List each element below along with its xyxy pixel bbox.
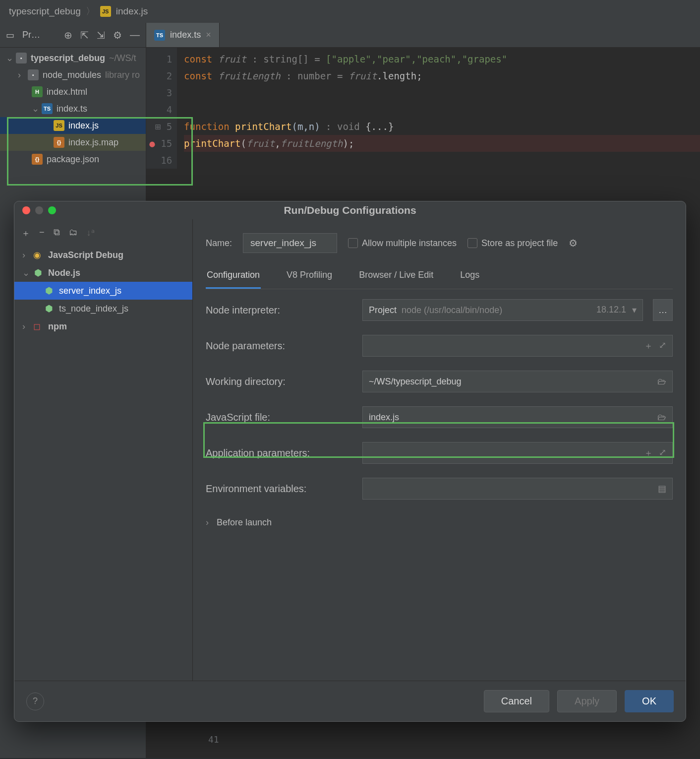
folder-config-icon[interactable]: 🗂 bbox=[69, 227, 78, 239]
tree-root[interactable]: ⌄ ▪ typescript_debug ~/WS/t bbox=[0, 50, 146, 66]
breadcrumb-separator: 〉 bbox=[86, 5, 95, 18]
tab-browser-live-edit[interactable]: Browser / Live Edit bbox=[358, 264, 434, 289]
remove-config-icon[interactable]: − bbox=[39, 227, 45, 239]
breadcrumb-project[interactable]: typescript_debug bbox=[9, 6, 81, 17]
gutter-line-41: 41 bbox=[208, 734, 219, 745]
code[interactable]: const fruit : string[] = ["apple","pear"… bbox=[177, 48, 700, 169]
working-dir-field[interactable]: ~/WS/typescript_debug 🗁 bbox=[362, 371, 673, 392]
tree-index-html[interactable]: H index.html bbox=[0, 83, 146, 100]
html-icon: H bbox=[32, 86, 43, 97]
node-interpreter-field[interactable]: Project node (/usr/local/bin/node) 18.12… bbox=[362, 299, 643, 321]
conf-nodejs[interactable]: ⌄⬢ Node.js bbox=[14, 264, 192, 282]
node-icon: ⬢ bbox=[44, 303, 54, 314]
node-icon: ⬢ bbox=[44, 285, 54, 296]
gear-icon[interactable]: ⚙ bbox=[113, 29, 122, 41]
plus-icon[interactable]: ＋ bbox=[644, 340, 653, 352]
breakpoint-icon[interactable]: ● bbox=[149, 138, 155, 149]
json-icon: {} bbox=[32, 154, 43, 165]
ts-icon: TS bbox=[154, 30, 165, 41]
ts-icon: TS bbox=[42, 103, 53, 114]
browse-interpreter-button[interactable]: … bbox=[653, 299, 673, 321]
expand-icon[interactable]: ⤢ bbox=[659, 340, 666, 352]
tree-index-js[interactable]: JS index.js bbox=[0, 117, 146, 134]
add-config-icon[interactable]: ＋ bbox=[21, 227, 30, 239]
breadcrumb: typescript_debug 〉 JS index.js bbox=[0, 0, 700, 23]
js-debug-icon: ◉ bbox=[33, 250, 43, 260]
node-parameters-field[interactable]: ＋⤢ bbox=[362, 335, 673, 357]
tree-package-json[interactable]: {} package.json bbox=[0, 151, 146, 168]
config-name-input[interactable] bbox=[243, 233, 337, 253]
copy-config-icon[interactable]: ⧉ bbox=[54, 227, 60, 239]
app-params-label: Application parameters: bbox=[206, 447, 352, 459]
tab-configuration[interactable]: Configuration bbox=[206, 264, 261, 289]
app-params-field[interactable]: ＋⤢ bbox=[362, 442, 673, 464]
tree-node-modules[interactable]: › ▪ node_modules library ro bbox=[0, 66, 146, 83]
gutter: 1 2 3 4 ⊞ 5 ● 15 16 bbox=[146, 48, 177, 169]
env-vars-field[interactable]: ▤ bbox=[362, 478, 673, 500]
apply-button[interactable]: Apply bbox=[557, 690, 617, 712]
panel-title: Pr… bbox=[22, 30, 56, 40]
hide-icon[interactable]: — bbox=[130, 29, 140, 41]
run-debug-dialog: Run/Debug Configurations ＋ − ⧉ 🗂 ↓ᵃ ›◉ J… bbox=[14, 201, 686, 722]
node-interpreter-label: Node interpreter: bbox=[206, 305, 352, 316]
ok-button[interactable]: OK bbox=[625, 690, 674, 712]
conf-ts-node-index[interactable]: ⬢ ts_node_index_js bbox=[14, 300, 192, 317]
folder-icon: ▪ bbox=[16, 53, 27, 63]
expand-icon[interactable]: ⇱ bbox=[80, 29, 89, 41]
target-icon[interactable]: ⊕ bbox=[64, 29, 72, 41]
cancel-button[interactable]: Cancel bbox=[484, 690, 549, 712]
folder-icon[interactable]: 🗁 bbox=[657, 377, 666, 387]
map-icon: {} bbox=[54, 137, 64, 148]
allow-multiple-checkbox[interactable]: Allow multiple instances bbox=[348, 238, 457, 249]
breadcrumb-file[interactable]: index.js bbox=[116, 6, 148, 17]
dialog-title: Run/Debug Configurations bbox=[14, 204, 686, 216]
working-dir-label: Working directory: bbox=[206, 376, 352, 387]
conf-server-index[interactable]: ⬢ server_index_js bbox=[14, 282, 192, 300]
chevron-down-icon[interactable]: ▾ bbox=[632, 305, 637, 316]
node-icon: ⬢ bbox=[33, 267, 43, 278]
close-tab-icon[interactable]: × bbox=[206, 30, 211, 40]
js-file-field[interactable]: index.js 🗁 bbox=[362, 406, 673, 428]
collapse-icon[interactable]: ⇲ bbox=[97, 29, 105, 41]
tab-v8-profiling[interactable]: V8 Profiling bbox=[286, 264, 333, 289]
js-icon: JS bbox=[54, 120, 64, 131]
conf-js-debug[interactable]: ›◉ JavaScript Debug bbox=[14, 246, 192, 264]
panel-icon: ▭ bbox=[6, 30, 14, 41]
list-icon[interactable]: ▤ bbox=[658, 483, 666, 494]
gear-icon[interactable]: ⚙ bbox=[569, 237, 578, 249]
sort-config-icon[interactable]: ↓ᵃ bbox=[87, 227, 95, 239]
editor-tab[interactable]: TS index.ts × bbox=[146, 23, 220, 47]
tree-index-js-map[interactable]: {} index.js.map bbox=[0, 134, 146, 151]
folder-icon[interactable]: 🗁 bbox=[657, 412, 666, 423]
node-parameters-label: Node parameters: bbox=[206, 340, 352, 352]
tab-logs[interactable]: Logs bbox=[459, 264, 480, 289]
plus-icon[interactable]: ＋ bbox=[644, 447, 653, 459]
before-launch-section[interactable]: ›Before launch bbox=[206, 506, 673, 539]
folder-icon: ▪ bbox=[28, 69, 39, 80]
js-file-label: JavaScript file: bbox=[206, 412, 352, 423]
conf-npm[interactable]: ›◻ npm bbox=[14, 317, 192, 335]
name-label: Name: bbox=[206, 238, 232, 249]
store-file-checkbox[interactable]: Store as project file bbox=[467, 238, 558, 249]
js-icon: JS bbox=[100, 6, 111, 17]
npm-icon: ◻ bbox=[33, 321, 43, 332]
expand-icon[interactable]: ⤢ bbox=[659, 447, 666, 459]
tree-index-ts[interactable]: ⌄ TS index.ts bbox=[0, 100, 146, 117]
env-vars-label: Environment variables: bbox=[206, 483, 352, 495]
help-icon[interactable]: ? bbox=[26, 693, 44, 710]
